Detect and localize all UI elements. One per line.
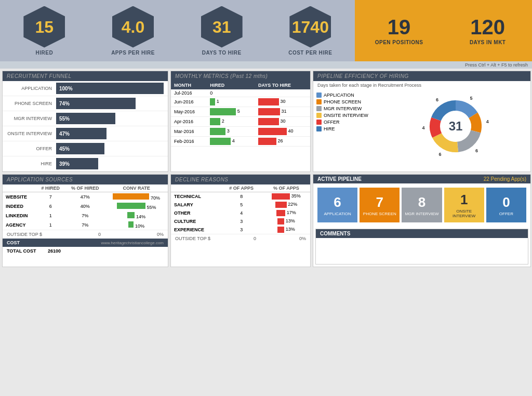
stat-pentagon: 1740 (289, 6, 331, 48)
pipeline-header: PIPELINE EFFICIENCY OF HIRING (313, 71, 530, 81)
col-pct-hired: % OF HIRED (65, 184, 105, 192)
stat-pentagon: 15 (23, 6, 65, 48)
decline-row: SALARY 5 22% (171, 201, 310, 209)
active-pipeline-panel: ACTIVE PIPELINE 22 Pending App(s) 6 APPL… (313, 174, 531, 267)
hired-bar (210, 128, 225, 135)
funnel-row-label: PHONE SCREEN (7, 101, 56, 106)
funnel-row-label: HIRE (7, 161, 56, 166)
metrics-table-container: MONTH HIRED DAYS TO HIRE Jul-2016 0 Jun-… (171, 81, 310, 147)
total-cost-label: TOTAL COST (7, 248, 36, 254)
decline-title: DECLINE REASONS (175, 177, 229, 182)
decline-pct: 22% (262, 201, 310, 209)
metrics-days: 40 (255, 127, 310, 137)
source-pct-hired: 7% (65, 211, 105, 220)
legend-label: HIRE (324, 126, 335, 131)
comments-title: COMMENTS (320, 231, 350, 236)
funnel-bar-text: 45% (59, 146, 70, 152)
sources-outside-hired: 0 (98, 232, 101, 237)
funnel-title: RECRUITMENT FUNNEL (7, 73, 72, 79)
metrics-hired: 2 (207, 117, 255, 127)
source-name: WEBSITE (3, 192, 36, 202)
legend-dot (316, 120, 322, 125)
funnel-bar: 39% (56, 158, 98, 169)
stat-label: DAYS TO HIRE (202, 50, 242, 56)
metrics-days: 30 (255, 117, 310, 127)
stat-value: 31 (212, 19, 231, 35)
source-name: INDEED (3, 202, 36, 211)
decline-apps: 4 (221, 209, 262, 217)
stat-item: 15 HIRED (0, 0, 89, 61)
hired-bar (210, 98, 215, 105)
refresh-text: Press Ctrl + Alt + F5 to refresh (465, 62, 528, 68)
donut-label: 4 (422, 125, 425, 130)
days-bar (258, 128, 287, 135)
sources-row: AGENCY 1 7% 10% (3, 220, 168, 230)
legend-label: MGR INTERVIEW (324, 106, 362, 111)
legend-item: MGR INTERVIEW (316, 106, 379, 111)
source-conv: 14% (105, 211, 168, 220)
donut-wrapper: 546646 31 (422, 93, 489, 160)
metrics-subtitle: (Past 12 mths) (230, 73, 268, 79)
funnel-row-label: ONSITE INTERVIEW (7, 131, 56, 136)
funnel-panel: RECRUITMENT FUNNEL APPLICATION 100% PHON… (2, 71, 168, 172)
funnel-row: HIRE 39% (3, 156, 168, 171)
source-hired: 1 (36, 220, 65, 230)
days-bar (258, 138, 276, 145)
col-conv-rate: CONV RATE (105, 184, 168, 192)
pipeline-box: 1 ONSITE INTERVIEW (444, 188, 484, 222)
source-conv: 10% (105, 220, 168, 230)
stat-item: 120 DAYS IN MKT (443, 0, 532, 61)
donut-label: 6 (438, 152, 441, 157)
pipeline-boxes: 6 APPLICATION 7 PHONE SCREEN 8 MGR INTER… (313, 183, 530, 227)
decline-row: TECHNICAL 8 35% (171, 192, 310, 201)
legend-item: HIRE (316, 126, 379, 131)
stat-value: 15 (35, 19, 54, 35)
legend-label: PHONE SCREEN (324, 99, 361, 104)
stat-item: 31 DAYS TO HIRE (177, 0, 266, 61)
pipeline-box: 0 OFFER (486, 188, 526, 222)
legend-item: OFFER (316, 120, 379, 125)
source-conv: 70% (105, 192, 168, 202)
col-hired: # HIRED (36, 184, 65, 192)
conv-bar (127, 212, 135, 218)
metrics-month: May-2016 (171, 107, 207, 117)
funnel-bar: 55% (56, 113, 115, 124)
decline-apps: 5 (221, 201, 262, 209)
pipe-box-label: OFFER (499, 212, 513, 216)
metrics-month: Apr-2016 (171, 117, 207, 127)
sources-row: INDEED 6 40% 55% (3, 202, 168, 211)
sources-outside-pct: 0% (157, 232, 164, 237)
col-pct-apps: % OF APPS (262, 184, 310, 192)
funnel-row-label: APPLICATION (7, 86, 56, 91)
metrics-days: 31 (255, 107, 310, 117)
stat-label: COST PER HIRE (288, 50, 332, 56)
pipe-box-label: ONSITE INTERVIEW (446, 209, 482, 218)
metrics-hired: 0 (207, 89, 255, 97)
sources-title: APPLICATION SOURCES (7, 177, 73, 182)
sources-row: LINKEDIN 1 7% 14% (3, 211, 168, 220)
decline-apps: 3 (221, 226, 262, 234)
decline-apps: 8 (221, 192, 262, 201)
stat-label: HIRED (36, 50, 54, 56)
funnel-bar-text: 39% (59, 161, 70, 167)
comments-header: COMMENTS (316, 229, 528, 238)
source-pct-hired: 7% (65, 220, 105, 230)
decline-pct: 13% (262, 217, 310, 226)
donut-segment (432, 133, 458, 152)
decline-outside-row: OUTSIDE TOP $ 0 0% (171, 234, 310, 243)
hired-bar (210, 118, 220, 125)
metrics-title: MONTHLY METRICS (175, 73, 229, 79)
funnel-bar-text: 47% (59, 131, 70, 137)
hired-bar (210, 138, 231, 145)
pipe-box-num: 7 (376, 194, 383, 210)
stat-item: 1740 COST PER HIRE (266, 0, 355, 61)
stat-value: 1740 (292, 19, 329, 35)
days-bar (258, 108, 280, 115)
funnel-row: PHONE SCREEN 74% (3, 96, 168, 111)
stat-item: 4.0 APPS PER HIRE (89, 0, 178, 61)
legend-dot (316, 126, 322, 131)
source-pct-hired: 47% (65, 192, 105, 202)
comments-panel: COMMENTS (315, 229, 528, 265)
funnel-bar-container: 47% (56, 128, 164, 139)
decline-table-container: # OF APPS % OF APPS TECHNICAL 8 35% SALA… (171, 184, 310, 234)
